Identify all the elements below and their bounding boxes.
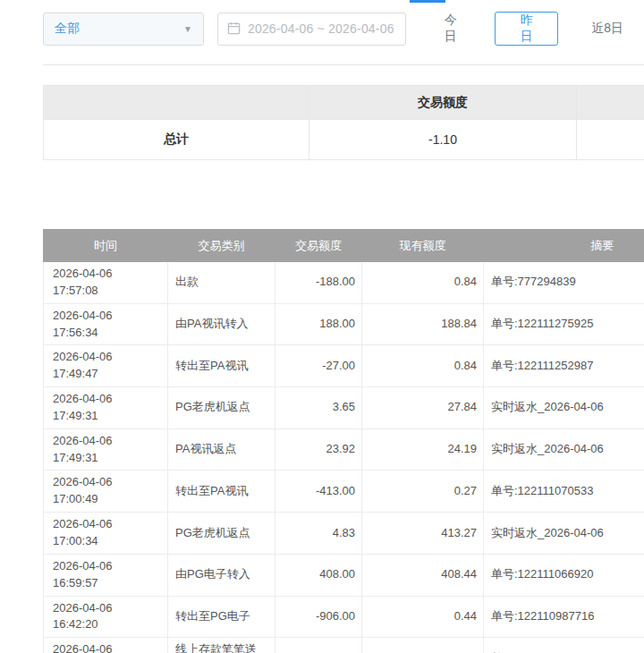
summary-table: 交易额度 总计 -1.10 xyxy=(43,85,644,160)
table-row: 2026-04-06 17:57:08 出款 -188.00 0.84 单号:7… xyxy=(44,262,644,304)
cell-amount: 3.65 xyxy=(275,387,362,429)
yesterday-button[interactable]: 昨日 xyxy=(495,12,558,46)
category-select-value: 全部 xyxy=(55,21,80,37)
summary-total-label: 总计 xyxy=(44,120,309,160)
cell-balance: 0.44 xyxy=(362,596,484,638)
cell-memo: 实时返水_2026-04-06 xyxy=(484,428,644,471)
cell-balance: 27.84 xyxy=(362,387,484,429)
calendar-icon xyxy=(227,21,241,37)
active-tab-indicator xyxy=(410,0,445,3)
cell-memo: 单号:122111070533 xyxy=(484,471,644,513)
cell-memo: 单号:122110987716 xyxy=(484,596,644,638)
cell-memo: 单号:777294839 xyxy=(484,262,644,304)
summary-total-row: 总计 -1.10 xyxy=(44,120,644,160)
cell-time: 2026-04-06 17:00:49 xyxy=(44,471,168,513)
cell-balance: 413.27 xyxy=(362,513,484,555)
cell-amount: -413.00 xyxy=(275,471,362,513)
cell-time: 2026-04-06 17:49:47 xyxy=(44,345,168,387)
table-header-row: 时间 交易类别 交易额度 现有额度 摘要 xyxy=(44,230,644,262)
cell-type: 转出至PA视讯 xyxy=(168,471,275,513)
cell-memo: 单号:202604074250010883 xyxy=(484,638,644,653)
cell-type: 由PG电子转入 xyxy=(168,554,275,596)
cell-balance: 408.44 xyxy=(362,554,484,596)
cell-time: 2026-04-06 17:56:34 xyxy=(44,303,168,345)
table-row: 2026-04-06 17:49:31 PG老虎机返点 3.65 27.84 实… xyxy=(44,387,644,429)
cell-memo: 实时返水_2026-04-06 xyxy=(484,387,644,429)
cell-type: 出款 xyxy=(168,262,275,304)
transactions-table: 时间 交易类别 交易额度 现有额度 摘要 2026-04-06 17:57:08… xyxy=(43,229,644,653)
date-range-value: 2026-04-06 ~ 2026-04-06 xyxy=(248,21,394,36)
cell-memo: 实时返水_2026-04-06 xyxy=(484,513,644,555)
header-type: 交易类别 xyxy=(168,230,275,262)
cell-type: PA视讯返点 xyxy=(168,428,275,471)
table-row: 2026-04-06 17:00:34 PG老虎机返点 4.83 413.27 … xyxy=(44,513,644,555)
cell-balance: 0.84 xyxy=(362,345,484,387)
cell-type: PG老虎机返点 xyxy=(168,387,275,429)
cell-type: 线上存款笔笔送优惠 xyxy=(168,638,275,653)
cell-time: 2026-04-06 16:42:20 xyxy=(44,596,168,638)
table-row: 2026-04-06 17:00:49 转出至PA视讯 -413.00 0.27… xyxy=(44,471,644,513)
cell-type: 转出至PG电子 xyxy=(168,596,275,638)
chevron-down-icon: ▼ xyxy=(183,24,192,34)
cell-type: 由PA视讯转入 xyxy=(168,303,275,345)
last-8-days-button[interactable]: 近8日 xyxy=(571,12,644,46)
date-range-input[interactable]: 2026-04-06 ~ 2026-04-06 xyxy=(217,13,406,46)
table-row: 2026-04-06 17:49:31 PA视讯返点 23.92 24.19 实… xyxy=(44,428,644,471)
cell-time: 2026-04-06 16:59:57 xyxy=(44,554,168,596)
cell-amount: 4.50 xyxy=(275,638,362,653)
cell-memo: 单号:122111252987 xyxy=(484,345,644,387)
cell-time: 2026-04-06 17:57:08 xyxy=(44,262,168,304)
table-row: 2026-04-06 17:56:34 由PA视讯转入 188.00 188.8… xyxy=(44,303,644,345)
table-row: 2026-04-06 17:49:47 转出至PA视讯 -27.00 0.84 … xyxy=(44,345,644,387)
cell-amount: 188.00 xyxy=(275,303,362,345)
cell-balance: 0.27 xyxy=(362,471,484,513)
cell-time: 2026-04-06 16:42:02 xyxy=(44,638,168,653)
cell-type: PG老虎机返点 xyxy=(168,513,275,555)
summary-total-value: -1.10 xyxy=(309,120,577,160)
filter-bar: 全部 ▼ 2026-04-06 ~ 2026-04-06 今日 昨日 近8日 xyxy=(43,12,644,46)
cell-memo: 单号:122111275925 xyxy=(484,303,644,345)
header-balance: 现有额度 xyxy=(362,230,484,262)
divider xyxy=(43,64,644,65)
category-select[interactable]: 全部 ▼ xyxy=(43,13,204,46)
header-amount: 交易额度 xyxy=(275,230,362,262)
cell-amount: -188.00 xyxy=(275,262,362,304)
header-time: 时间 xyxy=(44,230,168,262)
summary-header-amount: 交易额度 xyxy=(309,86,577,120)
cell-time: 2026-04-06 17:49:31 xyxy=(44,387,168,429)
cell-amount: -906.00 xyxy=(275,596,362,638)
cell-balance: 24.19 xyxy=(362,428,484,471)
today-button[interactable]: 今日 xyxy=(419,12,482,46)
summary-total-empty xyxy=(577,120,644,160)
cell-balance: 0.84 xyxy=(362,262,484,304)
cell-balance: 188.84 xyxy=(362,303,484,345)
cell-time: 2026-04-06 17:00:34 xyxy=(44,513,168,555)
header-memo: 摘要 xyxy=(484,230,644,262)
cell-balance: 906.44 xyxy=(362,638,484,653)
cell-amount: 408.00 xyxy=(275,554,362,596)
table-row: 2026-04-06 16:42:02 线上存款笔笔送优惠 4.50 906.4… xyxy=(44,638,644,653)
cell-amount: -27.00 xyxy=(275,345,362,387)
cell-amount: 4.83 xyxy=(275,513,362,555)
table-row: 2026-04-06 16:59:57 由PG电子转入 408.00 408.4… xyxy=(44,554,644,596)
summary-header-row: 交易额度 xyxy=(44,86,644,120)
cell-type: 转出至PA视讯 xyxy=(168,345,275,387)
cell-time: 2026-04-06 17:49:31 xyxy=(44,428,168,471)
cell-memo: 单号:122111066920 xyxy=(484,554,644,596)
cell-amount: 23.92 xyxy=(275,428,362,471)
summary-header-empty xyxy=(44,86,309,120)
table-row: 2026-04-06 16:42:20 转出至PG电子 -906.00 0.44… xyxy=(44,596,644,638)
summary-header-empty-2 xyxy=(577,86,644,120)
